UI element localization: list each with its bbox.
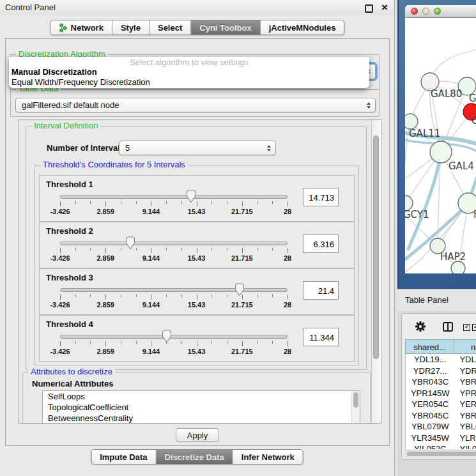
network-canvas[interactable]: GAL80GACGAL11GAL4GCY1HHAP2 — [405, 18, 476, 273]
list-scrollbar-thumb[interactable] — [353, 392, 358, 408]
attribute-list-item[interactable]: TopologicalCoefficient — [43, 402, 360, 413]
dropdown-option-equal-width-frequency[interactable]: Equal Width/Frequency Discretization — [9, 77, 369, 88]
threshold-slider-track[interactable] — [60, 288, 288, 292]
tick-label: 21.715 — [231, 301, 253, 309]
cell-shared-name[interactable]: YPR145W — [406, 388, 454, 399]
cell-name[interactable]: YDR2 — [454, 365, 476, 377]
combo-stepper-icon — [267, 145, 271, 151]
threshold-value-input[interactable]: 14.713 — [303, 188, 339, 206]
tab-style[interactable]: Style — [112, 20, 149, 35]
table-row[interactable]: YBR045CYBR0 — [406, 410, 476, 422]
vertical-scrollbar[interactable] — [371, 120, 381, 423]
cell-shared-name[interactable]: YER054C — [406, 399, 454, 410]
thresholds-section: Threshold's Coordinates for 5 Intervals … — [35, 165, 359, 365]
cell-name[interactable]: YIL0 — [454, 443, 476, 449]
table-row[interactable]: YPR145WYPR1 — [406, 388, 476, 399]
node-label: GAL80 — [431, 88, 462, 100]
horizontal-scrollbar-thumb[interactable] — [407, 452, 476, 456]
table-data-combobox-value: galFiltered.sif default node — [22, 100, 119, 110]
table-data-combobox[interactable]: galFiltered.sif default node — [15, 98, 376, 112]
apply-button[interactable]: Apply — [176, 428, 219, 442]
tick-label: 2.859 — [96, 348, 114, 355]
float-window-icon[interactable] — [365, 4, 373, 13]
network-node[interactable] — [451, 261, 465, 273]
dropdown-option-manual-discretization[interactable]: Manual Discretization — [9, 67, 369, 77]
cell-shared-name[interactable]: YIL052C — [406, 443, 454, 449]
tab-infer-network[interactable]: Infer Network — [233, 450, 303, 464]
select-columns-icon[interactable]: ✓ ✓ — [463, 324, 476, 331]
tab-label: Impute Data — [100, 452, 147, 462]
cell-shared-name[interactable]: YDL19... — [406, 354, 454, 365]
control-panel-titlebar: Control Panel × — [0, 0, 394, 15]
vertical-scrollbar-thumb[interactable] — [373, 135, 379, 359]
slider-tick-labels: -3.4262.8599.14415.4321.71528 — [60, 348, 288, 356]
tick-label: 2.859 — [96, 254, 114, 262]
cell-shared-name[interactable]: YBR043C — [406, 376, 454, 388]
node-attribute-table: shared... na YDL19...YDL1YDR27...YDR2YBR… — [405, 339, 476, 449]
settings-gear-icon[interactable] — [415, 321, 426, 332]
minimize-window-icon[interactable] — [422, 8, 429, 15]
tick-label: -3.426 — [50, 254, 70, 262]
tab-cyni-toolbox[interactable]: Cyni Toolbox — [190, 20, 259, 35]
algorithm-dropdown-popup: Select algorithm to view settings Manual… — [9, 57, 369, 88]
attribute-list-item[interactable]: SelfLoops — [43, 391, 360, 402]
tick-label: 28 — [284, 348, 291, 355]
table-row[interactable]: YER054CYER0 — [406, 399, 476, 410]
threshold-slider-track[interactable] — [60, 195, 288, 199]
horizontal-scrollbar[interactable] — [405, 450, 476, 457]
tab-select[interactable]: Select — [149, 20, 190, 35]
slider-tick-labels: -3.4262.8599.14415.4321.71528 — [60, 208, 288, 216]
table-row[interactable]: YBL079WYBL0 — [406, 421, 476, 433]
tab-network[interactable]: Network — [50, 20, 112, 35]
numerical-attributes-list[interactable]: SelfLoopsTopologicalCoefficientBetweenne… — [42, 390, 360, 424]
tab-label: Network — [71, 23, 104, 33]
cell-name[interactable]: YER0 — [454, 399, 476, 410]
table-row[interactable]: YDR27...YDR2 — [406, 365, 476, 377]
threshold-value-input[interactable]: 11.344 — [303, 328, 339, 346]
tick-label: 28 — [284, 254, 291, 262]
number-of-intervals-label: Number of Intervals — [47, 143, 125, 153]
slider-ticks — [60, 201, 288, 207]
cell-shared-name[interactable]: YDR27... — [406, 365, 454, 377]
cell-name[interactable]: YLR3 — [454, 433, 476, 444]
tick-label: 15.43 — [188, 208, 206, 215]
tab-impute-data[interactable]: Impute Data — [91, 450, 155, 464]
cell-shared-name[interactable]: YBL079W — [406, 421, 454, 433]
network-node[interactable] — [430, 141, 452, 163]
list-scrollbar[interactable] — [351, 391, 360, 423]
cell-name[interactable]: YPR1 — [454, 388, 476, 399]
cell-name[interactable]: YBL0 — [454, 421, 476, 433]
node-label: C — [472, 115, 476, 127]
zoom-window-icon[interactable] — [434, 8, 441, 15]
cell-shared-name[interactable]: YLR345W — [406, 433, 454, 444]
node-label: GAL4 — [449, 160, 474, 172]
threshold-value-input[interactable]: 6.316 — [303, 234, 339, 253]
threshold-value-input[interactable]: 21.4 — [303, 281, 339, 300]
tick-label: 21.715 — [231, 254, 253, 262]
split-panel-icon[interactable] — [443, 322, 453, 332]
cell-shared-name[interactable]: YBR045C — [406, 410, 454, 422]
node-label: HAP2 — [440, 251, 466, 263]
tab-discretize-data[interactable]: Discretize Data — [156, 450, 233, 464]
checkbox-icon: ✓ — [472, 324, 476, 331]
cyni-toolbox-panel: Discretization Algorithm Select algorith… — [5, 38, 390, 446]
close-icon[interactable]: × — [381, 1, 388, 15]
table-row[interactable]: YDL19...YDL1 — [406, 354, 476, 365]
cell-name[interactable]: YBR0 — [454, 410, 476, 422]
threshold-slider-track[interactable] — [60, 335, 288, 339]
table-row[interactable]: YLR345WYLR3 — [406, 433, 476, 444]
close-window-icon[interactable] — [411, 8, 418, 15]
threshold-slider-track[interactable] — [60, 242, 288, 245]
table-row[interactable]: YBR043CYBR0 — [406, 376, 476, 388]
tab-label: Cyni Toolbox — [199, 23, 251, 33]
attributes-section: Attributes to discretize Numerical Attri… — [22, 372, 371, 424]
column-header-name[interactable]: na — [454, 339, 476, 354]
tab-jactivemnodules[interactable]: jActiveMNodules — [260, 20, 344, 35]
number-of-intervals-combobox[interactable]: 5 — [119, 141, 276, 155]
table-row[interactable]: YIL052CYIL0 — [406, 443, 476, 449]
cell-name[interactable]: YDL1 — [454, 354, 476, 365]
column-header-shared-name[interactable]: shared... — [405, 339, 454, 354]
cell-name[interactable]: YBR0 — [454, 376, 476, 388]
network-node[interactable] — [405, 114, 418, 129]
attribute-list-item[interactable]: BetweennessCentrality — [43, 413, 360, 424]
